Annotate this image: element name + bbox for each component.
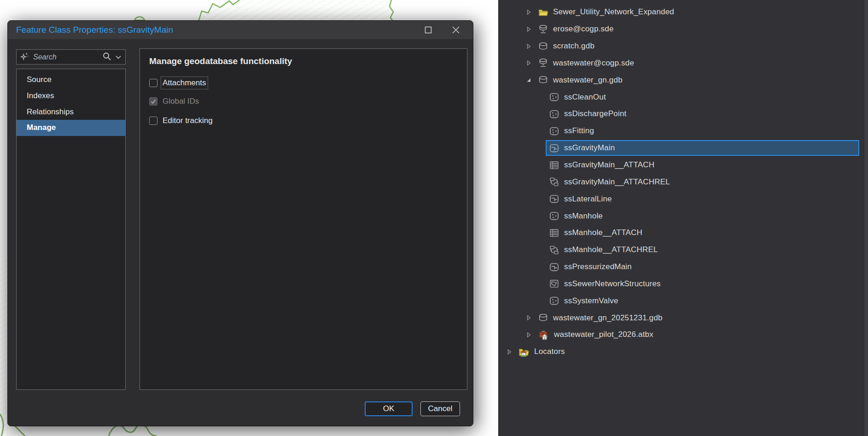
tree-item-body[interactable]: Locators xyxy=(515,344,859,359)
expand-arrow-icon[interactable] xyxy=(526,26,535,32)
tree-item-wastewater_gn.gdb[interactable]: wastewater_gn.gdb xyxy=(499,71,864,88)
tree-item-erose@cogp.sde[interactable]: erose@cogp.sde xyxy=(499,21,864,38)
tree-item-body[interactable]: wastewater_gn_20251231.gdb xyxy=(535,310,859,326)
dialog-titlebar[interactable]: Feature Class Properties: ssGravityMain xyxy=(8,21,473,39)
tree-item-label: ssGravityMain__ATTACHREL xyxy=(564,177,670,187)
dialog-nav: SourceIndexesRelationshipsManage xyxy=(16,69,126,390)
tree-item-label: ssSewerNetworkStructures xyxy=(564,279,661,289)
checkbox-attachments[interactable] xyxy=(149,79,157,87)
tree-item-body[interactable]: ssManhole xyxy=(546,208,859,224)
tree-item-Sewer_Utility_Network_Expanded[interactable]: Sewer_Utility_Network_Expanded xyxy=(499,4,864,21)
tree-item-ssCleanOut[interactable]: ssCleanOut xyxy=(499,88,864,106)
nav-item-manage[interactable]: Manage xyxy=(17,120,125,136)
nav-item-source[interactable]: Source xyxy=(17,72,125,88)
tree-indent xyxy=(499,233,546,233)
tree-indent xyxy=(499,131,546,131)
tree-item-ssSewerNetworkStructures[interactable]: ssSewerNetworkStructures xyxy=(499,276,864,293)
tree-item-body[interactable]: ssSystemValve xyxy=(546,293,859,309)
tree-item-body[interactable]: ssManhole__ATTACHREL xyxy=(546,242,859,258)
expand-arrow-icon[interactable] xyxy=(526,9,535,15)
manage-panel: Manage geodatabase functionality Attachm… xyxy=(140,48,467,390)
tree-item-ssGravityMain[interactable]: ssGravityMain xyxy=(499,140,864,157)
checkbox-label: Editor tracking xyxy=(163,116,213,125)
tree-item-ssManhole[interactable]: ssManhole xyxy=(499,207,864,224)
tree-item-label: wastewater_pilot_2026.atbx xyxy=(554,330,653,339)
point-fc-icon xyxy=(548,92,559,103)
tree-item-label: ssManhole__ATTACH xyxy=(564,228,642,237)
tree-item-label: ssSystemValve xyxy=(564,296,618,306)
tree-item-body[interactable]: erose@cogp.sde xyxy=(535,21,859,37)
tree-item-label: erose@cogp.sde xyxy=(553,24,614,34)
tree-indent xyxy=(499,63,526,63)
tree-item-body[interactable]: scratch.gdb xyxy=(535,38,859,54)
tree-indent xyxy=(499,300,546,301)
vertical-scrollbar[interactable] xyxy=(864,0,868,436)
tree-item-body[interactable]: ssGravityMain__ATTACHREL xyxy=(546,174,859,190)
tree-item-wastewater_pilot_2026.atbx[interactable]: wastewater_pilot_2026.atbx xyxy=(499,326,864,343)
tree-item-wastewater_gn_20251231.gdb[interactable]: wastewater_gn_20251231.gdb xyxy=(499,309,864,326)
tree-item-body[interactable]: ssCleanOut xyxy=(546,89,859,105)
tree-item-label: ssManhole xyxy=(564,212,603,221)
tree-item-ssGravityMain__ATTACH[interactable]: ssGravityMain__ATTACH xyxy=(499,157,864,174)
search-input[interactable]: Search xyxy=(16,49,126,65)
tree-item-body[interactable]: ssManhole__ATTACH xyxy=(546,225,859,241)
tree-item-ssManhole__ATTACH[interactable]: ssManhole__ATTACH xyxy=(499,224,864,242)
tree-item-ssPressurizedMain[interactable]: ssPressurizedMain xyxy=(499,259,864,276)
expand-arrow-icon[interactable] xyxy=(526,60,535,66)
tree-item-label: Sewer_Utility_Network_Expanded xyxy=(553,7,674,17)
tree-item-Locators[interactable]: Locators xyxy=(499,343,864,360)
tree-item-wastewater@cogp.sde[interactable]: wastewater@cogp.sde xyxy=(499,55,864,72)
nav-item-relationships[interactable]: Relationships xyxy=(17,104,125,120)
tree-item-ssManhole__ATTACHREL[interactable]: ssManhole__ATTACHREL xyxy=(499,242,864,259)
tree-item-ssDischargePoint[interactable]: ssDischargePoint xyxy=(499,106,864,123)
expand-arrow-icon[interactable] xyxy=(526,43,535,49)
magnifier-icon[interactable] xyxy=(102,52,111,63)
tree-item-body[interactable]: wastewater_pilot_2026.atbx xyxy=(535,327,859,342)
locators-folder-icon xyxy=(518,346,530,357)
ok-button[interactable]: OK xyxy=(365,401,413,416)
tree-item-body[interactable]: wastewater_gn.gdb xyxy=(535,72,859,88)
tree-item-scratch.gdb[interactable]: scratch.gdb xyxy=(499,38,864,55)
sde-icon xyxy=(537,24,548,35)
catalog-pane: Sewer_Utility_Network_Expandederose@cogp… xyxy=(498,0,868,436)
tree-item-ssFitting[interactable]: ssFitting xyxy=(499,123,864,140)
tree-item-ssSystemValve[interactable]: ssSystemValve xyxy=(499,292,864,309)
point-fc-icon xyxy=(548,295,559,306)
tree-item-ssLateralLine[interactable]: ssLateralLine xyxy=(499,190,864,207)
expand-arrow-icon[interactable] xyxy=(526,315,535,321)
checkbox-row-attachments: Attachments xyxy=(149,78,467,88)
tree-item-body[interactable]: ssGravityMain__ATTACH xyxy=(546,157,859,173)
collapse-arrow-icon[interactable] xyxy=(526,77,535,83)
toolbox-icon xyxy=(537,329,549,340)
search-placeholder: Search xyxy=(33,53,99,61)
close-icon[interactable] xyxy=(450,24,462,36)
tree-item-body[interactable]: ssPressurizedMain xyxy=(546,259,859,275)
tree-indent xyxy=(499,97,546,97)
nav-item-indexes[interactable]: Indexes xyxy=(17,88,125,104)
tree-item-body[interactable]: Sewer_Utility_Network_Expanded xyxy=(535,4,859,20)
tree-item-label: ssGravityMain xyxy=(564,143,615,153)
tree-item-body[interactable]: ssFitting xyxy=(546,123,859,139)
tree-item-body[interactable]: ssLateralLine xyxy=(546,191,859,207)
cancel-button[interactable]: Cancel xyxy=(420,401,460,416)
tree-item-label: wastewater_gn_20251231.gdb xyxy=(553,313,663,323)
gdb-icon xyxy=(537,41,548,52)
tree-item-body[interactable]: ssSewerNetworkStructures xyxy=(546,276,859,292)
chevron-down-icon[interactable] xyxy=(115,53,122,61)
tree-indent xyxy=(499,29,526,29)
tree-item-body[interactable]: wastewater@cogp.sde xyxy=(535,55,859,71)
tree-indent xyxy=(499,352,507,352)
maximize-icon[interactable] xyxy=(422,24,434,36)
line-fc-icon xyxy=(548,142,559,153)
tree-item-body[interactable]: ssGravityMain xyxy=(546,140,859,156)
point-fc-icon xyxy=(548,108,559,119)
tree-item-body[interactable]: ssDischargePoint xyxy=(546,106,859,122)
tree-item-label: Locators xyxy=(534,347,565,356)
tree-indent xyxy=(499,199,546,199)
tree-indent xyxy=(499,148,546,148)
checkbox-editor-tracking[interactable] xyxy=(149,117,157,125)
expand-arrow-icon[interactable] xyxy=(526,332,535,338)
tree-item-ssGravityMain__ATTACHREL[interactable]: ssGravityMain__ATTACHREL xyxy=(499,173,864,190)
checkbox-global-ids xyxy=(149,97,157,106)
expand-arrow-icon[interactable] xyxy=(507,349,515,355)
